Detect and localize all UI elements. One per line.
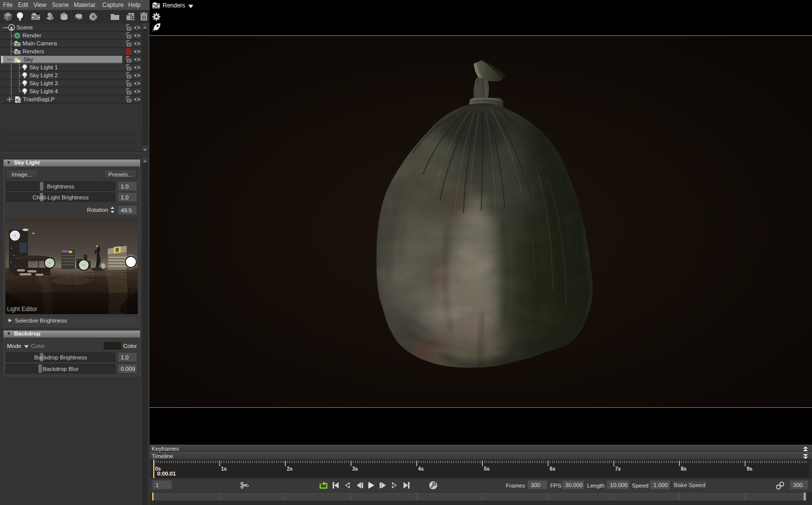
svg-text:9s: 9s	[747, 466, 753, 472]
svg-text:3s: 3s	[352, 466, 358, 472]
svg-text:4s: 4s	[418, 466, 424, 472]
svg-text:0:00.01: 0:00.01	[157, 471, 176, 477]
svg-text:8s: 8s	[681, 466, 687, 472]
svg-text:7s: 7s	[615, 466, 621, 472]
svg-text:2s: 2s	[287, 466, 293, 472]
svg-text:6s: 6s	[550, 466, 556, 472]
svg-text:1s: 1s	[221, 466, 227, 472]
svg-text:5s: 5s	[484, 466, 490, 472]
